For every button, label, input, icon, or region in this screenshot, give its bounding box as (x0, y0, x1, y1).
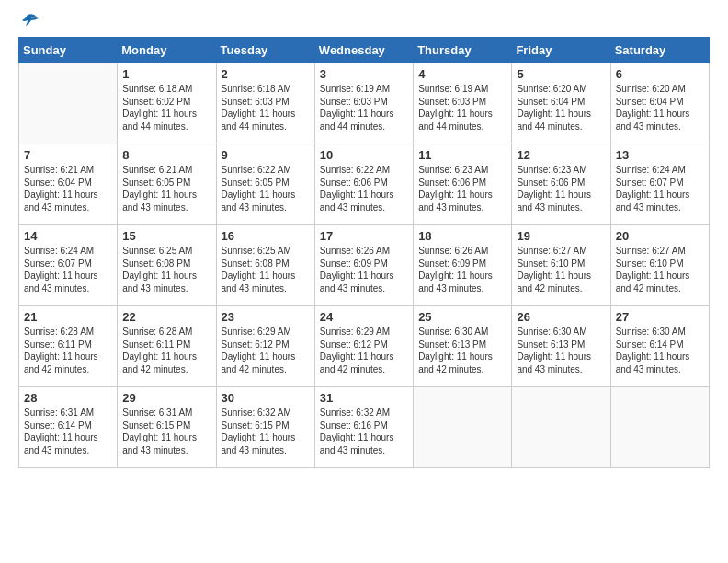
day-info: Sunrise: 6:32 AM Sunset: 6:15 PM Dayligh… (222, 407, 310, 456)
day-info: Sunrise: 6:28 AM Sunset: 6:11 PM Dayligh… (24, 326, 112, 375)
day-number: 20 (616, 229, 704, 243)
calendar-cell: 10Sunrise: 6:22 AM Sunset: 6:06 PM Dayli… (314, 144, 413, 225)
calendar-cell: 16Sunrise: 6:25 AM Sunset: 6:08 PM Dayli… (216, 225, 314, 306)
calendar-week-row: 21Sunrise: 6:28 AM Sunset: 6:11 PM Dayli… (19, 306, 710, 387)
calendar-cell: 7Sunrise: 6:21 AM Sunset: 6:04 PM Daylig… (19, 144, 118, 225)
calendar-cell: 9Sunrise: 6:22 AM Sunset: 6:05 PM Daylig… (216, 144, 314, 225)
day-info: Sunrise: 6:24 AM Sunset: 6:07 PM Dayligh… (616, 164, 704, 213)
day-info: Sunrise: 6:26 AM Sunset: 6:09 PM Dayligh… (418, 245, 506, 294)
calendar-cell (414, 387, 512, 468)
day-number: 5 (517, 67, 605, 81)
column-header-saturday: Saturday (610, 38, 709, 63)
day-number: 6 (616, 67, 704, 81)
day-number: 9 (222, 148, 310, 162)
day-info: Sunrise: 6:27 AM Sunset: 6:10 PM Dayligh… (517, 245, 605, 294)
calendar-cell: 22Sunrise: 6:28 AM Sunset: 6:11 PM Dayli… (118, 306, 216, 387)
day-info: Sunrise: 6:27 AM Sunset: 6:10 PM Dayligh… (616, 245, 704, 294)
calendar-cell: 5Sunrise: 6:20 AM Sunset: 6:04 PM Daylig… (512, 63, 610, 144)
day-number: 14 (24, 229, 112, 243)
day-number: 31 (320, 391, 408, 405)
column-header-monday: Monday (118, 38, 216, 63)
day-info: Sunrise: 6:25 AM Sunset: 6:08 PM Dayligh… (122, 245, 210, 294)
day-info: Sunrise: 6:20 AM Sunset: 6:04 PM Dayligh… (616, 83, 704, 132)
day-info: Sunrise: 6:26 AM Sunset: 6:09 PM Dayligh… (320, 245, 408, 294)
day-number: 13 (616, 148, 704, 162)
calendar-cell: 1Sunrise: 6:18 AM Sunset: 6:02 PM Daylig… (118, 63, 216, 144)
day-number: 19 (517, 229, 605, 243)
logo-bird-icon (20, 11, 40, 31)
day-number: 2 (222, 67, 310, 81)
column-header-sunday: Sunday (19, 38, 118, 63)
day-info: Sunrise: 6:22 AM Sunset: 6:06 PM Dayligh… (320, 164, 408, 213)
day-info: Sunrise: 6:19 AM Sunset: 6:03 PM Dayligh… (418, 83, 506, 132)
calendar-cell: 6Sunrise: 6:20 AM Sunset: 6:04 PM Daylig… (610, 63, 709, 144)
page-header (18, 18, 710, 28)
day-info: Sunrise: 6:23 AM Sunset: 6:06 PM Dayligh… (517, 164, 605, 213)
day-number: 24 (320, 310, 408, 324)
calendar-week-row: 28Sunrise: 6:31 AM Sunset: 6:14 PM Dayli… (19, 387, 710, 468)
column-header-friday: Friday (512, 38, 610, 63)
day-number: 21 (24, 310, 112, 324)
day-number: 30 (222, 391, 310, 405)
column-header-tuesday: Tuesday (216, 38, 314, 63)
day-info: Sunrise: 6:21 AM Sunset: 6:04 PM Dayligh… (24, 164, 112, 213)
calendar-cell: 27Sunrise: 6:30 AM Sunset: 6:14 PM Dayli… (610, 306, 709, 387)
calendar-cell: 15Sunrise: 6:25 AM Sunset: 6:08 PM Dayli… (118, 225, 216, 306)
calendar-week-row: 7Sunrise: 6:21 AM Sunset: 6:04 PM Daylig… (19, 144, 710, 225)
calendar-cell: 19Sunrise: 6:27 AM Sunset: 6:10 PM Dayli… (512, 225, 610, 306)
day-info: Sunrise: 6:18 AM Sunset: 6:03 PM Dayligh… (222, 83, 310, 132)
calendar-cell: 29Sunrise: 6:31 AM Sunset: 6:15 PM Dayli… (118, 387, 216, 468)
calendar-cell (512, 387, 610, 468)
calendar-week-row: 14Sunrise: 6:24 AM Sunset: 6:07 PM Dayli… (19, 225, 710, 306)
calendar-cell: 11Sunrise: 6:23 AM Sunset: 6:06 PM Dayli… (414, 144, 512, 225)
day-number: 18 (418, 229, 506, 243)
day-info: Sunrise: 6:24 AM Sunset: 6:07 PM Dayligh… (24, 245, 112, 294)
calendar-cell: 4Sunrise: 6:19 AM Sunset: 6:03 PM Daylig… (414, 63, 512, 144)
logo (18, 18, 40, 28)
calendar-cell: 18Sunrise: 6:26 AM Sunset: 6:09 PM Dayli… (414, 225, 512, 306)
day-info: Sunrise: 6:32 AM Sunset: 6:16 PM Dayligh… (320, 407, 408, 456)
calendar-cell: 23Sunrise: 6:29 AM Sunset: 6:12 PM Dayli… (216, 306, 314, 387)
calendar-cell: 2Sunrise: 6:18 AM Sunset: 6:03 PM Daylig… (216, 63, 314, 144)
day-number: 28 (24, 391, 112, 405)
calendar-table: SundayMondayTuesdayWednesdayThursdayFrid… (18, 37, 710, 468)
column-header-thursday: Thursday (414, 38, 512, 63)
day-number: 12 (517, 148, 605, 162)
day-info: Sunrise: 6:30 AM Sunset: 6:14 PM Dayligh… (616, 326, 704, 375)
calendar-cell: 8Sunrise: 6:21 AM Sunset: 6:05 PM Daylig… (118, 144, 216, 225)
calendar-cell (19, 63, 118, 144)
calendar-cell: 28Sunrise: 6:31 AM Sunset: 6:14 PM Dayli… (19, 387, 118, 468)
calendar-cell: 30Sunrise: 6:32 AM Sunset: 6:15 PM Dayli… (216, 387, 314, 468)
day-info: Sunrise: 6:22 AM Sunset: 6:05 PM Dayligh… (222, 164, 310, 213)
day-info: Sunrise: 6:30 AM Sunset: 6:13 PM Dayligh… (418, 326, 506, 375)
calendar-cell: 31Sunrise: 6:32 AM Sunset: 6:16 PM Dayli… (314, 387, 413, 468)
day-info: Sunrise: 6:20 AM Sunset: 6:04 PM Dayligh… (517, 83, 605, 132)
column-header-wednesday: Wednesday (314, 38, 413, 63)
day-number: 29 (122, 391, 210, 405)
calendar-cell (610, 387, 709, 468)
calendar-header-row: SundayMondayTuesdayWednesdayThursdayFrid… (19, 38, 710, 63)
calendar-cell: 25Sunrise: 6:30 AM Sunset: 6:13 PM Dayli… (414, 306, 512, 387)
calendar-cell: 17Sunrise: 6:26 AM Sunset: 6:09 PM Dayli… (314, 225, 413, 306)
day-number: 27 (616, 310, 704, 324)
calendar-cell: 12Sunrise: 6:23 AM Sunset: 6:06 PM Dayli… (512, 144, 610, 225)
calendar-cell: 26Sunrise: 6:30 AM Sunset: 6:13 PM Dayli… (512, 306, 610, 387)
day-info: Sunrise: 6:31 AM Sunset: 6:15 PM Dayligh… (122, 407, 210, 456)
day-info: Sunrise: 6:29 AM Sunset: 6:12 PM Dayligh… (222, 326, 310, 375)
day-number: 22 (122, 310, 210, 324)
day-info: Sunrise: 6:28 AM Sunset: 6:11 PM Dayligh… (122, 326, 210, 375)
day-number: 25 (418, 310, 506, 324)
calendar-cell: 14Sunrise: 6:24 AM Sunset: 6:07 PM Dayli… (19, 225, 118, 306)
day-number: 3 (320, 67, 408, 81)
calendar-cell: 24Sunrise: 6:29 AM Sunset: 6:12 PM Dayli… (314, 306, 413, 387)
day-info: Sunrise: 6:23 AM Sunset: 6:06 PM Dayligh… (418, 164, 506, 213)
day-number: 15 (122, 229, 210, 243)
day-number: 16 (222, 229, 310, 243)
day-number: 17 (320, 229, 408, 243)
calendar-week-row: 1Sunrise: 6:18 AM Sunset: 6:02 PM Daylig… (19, 63, 710, 144)
day-info: Sunrise: 6:31 AM Sunset: 6:14 PM Dayligh… (24, 407, 112, 456)
day-number: 7 (24, 148, 112, 162)
day-number: 10 (320, 148, 408, 162)
day-info: Sunrise: 6:19 AM Sunset: 6:03 PM Dayligh… (320, 83, 408, 132)
calendar-cell: 21Sunrise: 6:28 AM Sunset: 6:11 PM Dayli… (19, 306, 118, 387)
